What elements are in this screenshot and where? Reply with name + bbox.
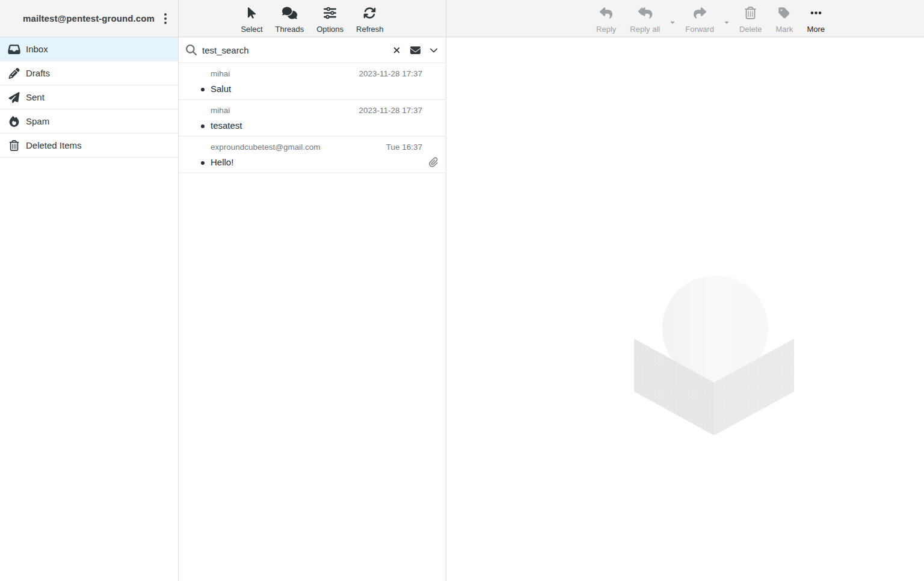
reply-all-button-label: Reply all [630, 25, 660, 33]
unread-dot [201, 124, 205, 128]
unread-dot [201, 88, 205, 91]
reply-icon [599, 7, 614, 22]
reply-all-icon [638, 7, 653, 22]
account-email: mailtest@pentest-ground.com [23, 13, 159, 23]
fire-icon [7, 115, 20, 128]
delete-button[interactable]: Delete [734, 4, 768, 33]
more-button[interactable]: More [801, 4, 830, 33]
options-button-label: Options [316, 25, 343, 33]
tag-icon [777, 7, 792, 22]
sidebar-item-inbox[interactable]: Inbox [0, 37, 178, 61]
reply-button-label: Reply [596, 25, 616, 33]
forward-dropdown-caret-icon[interactable] [722, 18, 731, 26]
paperclip-icon [429, 157, 439, 167]
sidebar-item-label: Drafts [26, 68, 50, 78]
search-bar [179, 37, 446, 63]
arrows-rotate-icon [362, 7, 377, 22]
message-sender: mihai [211, 69, 230, 79]
message-subject: Salut [211, 83, 422, 95]
sidebar-item-label: Deleted Items [26, 140, 82, 150]
sidebar-item-label: Spam [26, 116, 49, 126]
message-sender: mihai [211, 105, 230, 116]
message-list-column: Select Threads Options Refresh [179, 0, 446, 581]
arrow-pointer-icon [244, 7, 259, 22]
delete-button-label: Delete [739, 25, 762, 33]
reply-all-dropdown-caret-icon[interactable] [668, 18, 677, 26]
search-options-chevron-down-icon[interactable] [428, 45, 439, 55]
unread-dot [201, 161, 205, 165]
search-scope-envelope-icon[interactable] [408, 44, 423, 57]
select-button[interactable]: Select [235, 4, 268, 33]
message-date: Tue 16:37 [386, 142, 422, 153]
list-toolbar: Select Threads Options Refresh [179, 0, 446, 37]
message-date: 2023-11-28 17:37 [359, 105, 422, 116]
message-list: mihai 2023-11-28 17:37 Salut mihai 2023-… [179, 63, 446, 173]
options-button[interactable]: Options [311, 4, 349, 33]
message-subject: Hello! [211, 156, 422, 168]
sidebar-item-sent[interactable]: Sent [0, 85, 178, 109]
forward-button[interactable]: Forward [680, 4, 719, 33]
roundcube-logo-watermark [633, 275, 795, 435]
message-subject: tesatest [211, 120, 422, 132]
message-row[interactable]: mihai 2023-11-28 17:37 tesatest [179, 100, 446, 137]
pencil-icon [7, 67, 20, 79]
paper-plane-icon [7, 91, 20, 103]
message-viewer [446, 37, 924, 581]
folders-sidebar: mailtest@pentest-ground.com Inbox Drafts [0, 0, 179, 581]
forward-button-label: Forward [685, 25, 714, 33]
reply-button[interactable]: Reply [591, 4, 621, 33]
reply-all-button[interactable]: Reply all [624, 4, 665, 33]
refresh-button-label: Refresh [356, 25, 384, 33]
clear-search-icon[interactable] [391, 45, 402, 56]
search-icon [186, 45, 197, 55]
sidebar-item-deleted-items[interactable]: Deleted Items [0, 134, 178, 158]
sidebar-item-spam[interactable]: Spam [0, 109, 178, 134]
webmail-app: mailtest@pentest-ground.com Inbox Drafts [0, 0, 924, 581]
more-button-label: More [807, 25, 825, 33]
search-input[interactable] [202, 45, 386, 55]
message-content-pane: Reply Reply all Forward [446, 0, 924, 581]
message-row[interactable]: exproundcubetest@gmail.com Tue 16:37 Hel… [179, 137, 446, 173]
kebab-vertical-icon[interactable] [159, 10, 172, 28]
message-date: 2023-11-28 17:37 [359, 69, 422, 79]
trash-icon [7, 140, 20, 152]
folder-list: Inbox Drafts Sent Spam [0, 37, 178, 158]
message-row[interactable]: mihai 2023-11-28 17:37 Salut [179, 63, 446, 100]
trash-icon [743, 7, 758, 22]
threads-button-label: Threads [276, 25, 304, 33]
account-header: mailtest@pentest-ground.com [0, 0, 178, 37]
forward-icon [692, 7, 707, 22]
inbox-icon [7, 43, 20, 55]
mark-button[interactable]: Mark [770, 4, 798, 33]
message-sender: exproundcubetest@gmail.com [211, 142, 321, 153]
mark-button-label: Mark [775, 25, 793, 33]
threads-button[interactable]: Threads [270, 4, 310, 33]
comments-icon [282, 7, 297, 22]
sidebar-item-label: Sent [26, 92, 45, 102]
select-button-label: Select [241, 25, 262, 33]
message-toolbar: Reply Reply all Forward [446, 0, 924, 37]
sidebar-item-drafts[interactable]: Drafts [0, 61, 178, 85]
refresh-button[interactable]: Refresh [351, 4, 389, 33]
sliders-icon [322, 7, 337, 22]
sidebar-item-label: Inbox [26, 44, 48, 54]
ellipsis-icon [808, 7, 824, 22]
